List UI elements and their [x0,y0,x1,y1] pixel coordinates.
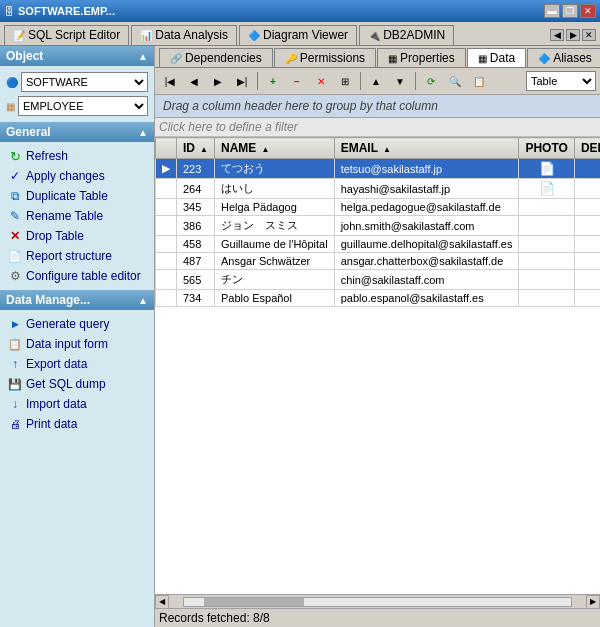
records-fetched-text: Records fetched: 8/8 [159,611,270,625]
cell-depai [574,236,600,253]
sidebar-item-drop-table[interactable]: ✕ Drop Table [2,226,152,246]
duplicate-icon: ⧉ [8,189,22,203]
nav-prev-button[interactable]: ◀ [183,71,205,91]
col-header-id[interactable]: ID ▲ [177,138,215,159]
tab-aliases[interactable]: 🔷 Aliases [527,48,600,67]
cell-id: 223 [177,159,215,179]
scroll-thumb[interactable] [204,598,304,606]
general-section-header[interactable]: General ▲ [0,122,154,142]
tab-scroll-left[interactable]: ◀ [550,29,564,41]
sidebar-item-export-data[interactable]: ↑ Export data [2,354,152,374]
import-icon: ↓ [8,397,22,411]
sidebar-item-import-data[interactable]: ↓ Import data [2,394,152,414]
row-arrow-cell [156,179,177,199]
table-row[interactable]: ▶ 223 てつおう tetsuo@sakilastaff.jp 📄 [156,159,601,179]
table-select[interactable]: EMPLOYEE [18,96,148,116]
data-toolbar: |◀ ◀ ▶ ▶| + − ✕ ⊞ ▲ ▼ ⟳ 🔍 📋 TableCardGri… [155,68,600,95]
title-bar: 🗄 SOFTWARE.EMP... ▬ ❐ ✕ [0,0,600,22]
data-manage-section-content: ▶ Generate query 📋 Data input form ↑ Exp… [0,310,154,438]
row-arrow-cell [156,253,177,270]
minimize-button[interactable]: ▬ [544,4,560,18]
tab-diagram-viewer[interactable]: 🔷 Diagram Viewer [239,25,357,45]
sidebar-item-generate-query[interactable]: ▶ Generate query [2,314,152,334]
maximize-button[interactable]: ❐ [562,4,578,18]
sidebar-item-apply-changes[interactable]: ✓ Apply changes [2,166,152,186]
sidebar-item-duplicate-table[interactable]: ⧉ Duplicate Table [2,186,152,206]
report-icon: 📄 [8,249,22,263]
table-row[interactable]: 458 Guillaume de l'Hôpital guillaume.del… [156,236,601,253]
table-row[interactable]: 734 Pablo Español pablo.espanol@sakilast… [156,290,601,307]
add-row-button[interactable]: + [262,71,284,91]
tab-scroll-right[interactable]: ▶ [566,29,580,41]
cell-depai [574,159,600,179]
tab-data-analysis[interactable]: 📊 Data Analysis [131,25,237,45]
window-controls[interactable]: ▬ ❐ ✕ [544,4,596,18]
table-row[interactable]: 386 ジョン スミス john.smith@sakilastaff.com [156,216,601,236]
copy-button[interactable]: 📋 [468,71,490,91]
top-tabs-bar: 📝 SQL Script Editor 📊 Data Analysis 🔷 Di… [0,22,600,46]
data-table-container[interactable]: Click here to define a filter ID ▲ NAME … [155,118,600,594]
horizontal-scrollbar[interactable]: ◀ ▶ [155,594,600,608]
form-icon: 📋 [8,337,22,351]
nav-next-button[interactable]: ▶ [207,71,229,91]
cell-name: Ansgar Schwätzer [214,253,334,270]
name-sort-icon: ▲ [261,145,269,154]
sidebar-item-rename-table[interactable]: ✎ Rename Table [2,206,152,226]
save-button[interactable]: ⊞ [334,71,356,91]
table-row[interactable]: 264 はいし hayashi@sakilastaff.jp 📄 [156,179,601,199]
tab-close[interactable]: ✕ [582,29,596,41]
scroll-right-button[interactable]: ▶ [586,595,600,609]
photo-doc-icon: 📄 [539,161,555,176]
move-up-button[interactable]: ▲ [365,71,387,91]
tab-data[interactable]: ▦ Data [467,48,526,67]
rename-icon: ✎ [8,209,22,223]
sidebar-item-report-structure[interactable]: 📄 Report structure [2,246,152,266]
tab-permissions[interactable]: 🔑 Permissions [274,48,376,67]
sidebar-item-configure-table-editor[interactable]: ⚙ Configure table editor [2,266,152,286]
close-button[interactable]: ✕ [580,4,596,18]
schema-select[interactable]: SOFTWARE [21,72,148,92]
refresh-data-button[interactable]: ⟳ [420,71,442,91]
object-section-header[interactable]: Object ▲ [0,46,154,66]
sidebar-item-get-sql-dump[interactable]: 💾 Get SQL dump [2,374,152,394]
tab-properties[interactable]: ▦ Properties [377,48,466,67]
cell-photo: 📄 [519,179,574,199]
sidebar-item-print-data[interactable]: 🖨 Print data [2,414,152,434]
tab-db2admin[interactable]: 🔌 DB2ADMIN [359,25,454,45]
status-bar: Records fetched: 8/8 [155,608,600,627]
col-header-depai[interactable]: DEPAI [574,138,600,159]
row-arrow-cell [156,290,177,307]
print-icon: 🖨 [8,417,22,431]
table-row[interactable]: 345 Helga Pädagog helga.pedagogue@sakila… [156,199,601,216]
cell-email: john.smith@sakilastaff.com [334,216,519,236]
table-row[interactable]: 487 Ansgar Schwätzer ansgar.chatterbox@s… [156,253,601,270]
cell-photo [519,270,574,290]
col-header-email[interactable]: EMAIL ▲ [334,138,519,159]
row-arrow-cell [156,236,177,253]
general-collapse-icon: ▲ [138,127,148,138]
col-header-photo[interactable]: PHOTO [519,138,574,159]
nav-last-button[interactable]: ▶| [231,71,253,91]
cell-depai [574,270,600,290]
view-type-select[interactable]: TableCardGrid [526,71,596,91]
toolbar-sep-1 [257,72,258,90]
cell-name: Guillaume de l'Hôpital [214,236,334,253]
filter-bar[interactable]: Click here to define a filter [155,118,600,137]
delete-row-button[interactable]: − [286,71,308,91]
nav-first-button[interactable]: |◀ [159,71,181,91]
cell-photo [519,216,574,236]
col-header-name[interactable]: NAME ▲ [214,138,334,159]
tab-sql-editor[interactable]: 📝 SQL Script Editor [4,25,129,45]
sidebar-item-data-input-form[interactable]: 📋 Data input form [2,334,152,354]
sidebar-item-refresh[interactable]: ↻ Refresh [2,146,152,166]
scroll-left-button[interactable]: ◀ [155,595,169,609]
move-down-button[interactable]: ▼ [389,71,411,91]
data-manage-section-header[interactable]: Data Manage... ▲ [0,290,154,310]
search-button[interactable]: 🔍 [444,71,466,91]
tab-dependencies[interactable]: 🔗 Dependencies [159,48,273,67]
object-section-content: 🔵 SOFTWARE ▦ EMPLOYEE [0,66,154,122]
cell-depai [574,216,600,236]
scroll-track[interactable] [183,597,572,607]
cancel-edit-button[interactable]: ✕ [310,71,332,91]
table-row[interactable]: 565 チン chin@sakilastaff.com [156,270,601,290]
